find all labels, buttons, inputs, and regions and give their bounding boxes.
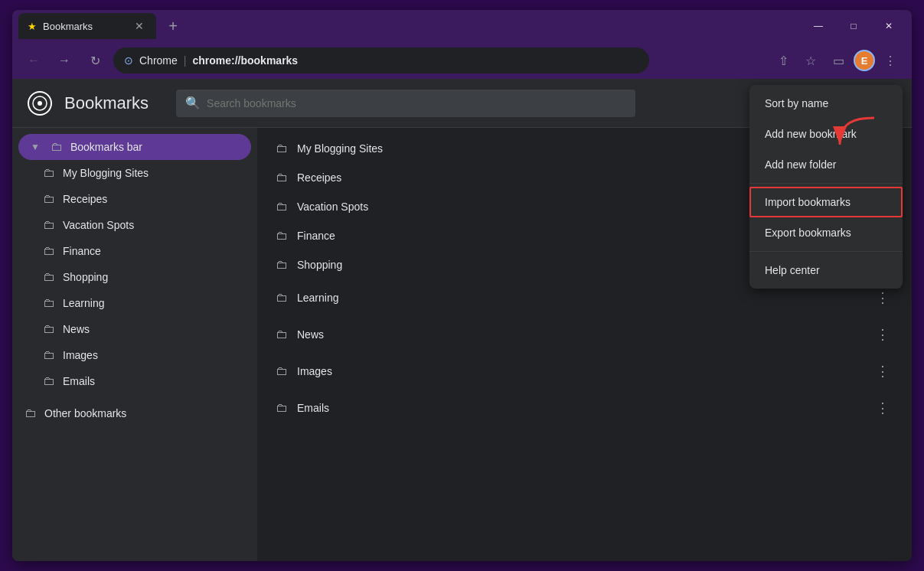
sidebar-child-label: My Blogging Sites [63,167,149,179]
bookmark-name: News [297,328,863,341]
sidebar-item-finance[interactable]: 🗀 Finance [31,238,257,264]
svg-point-1 [38,101,42,106]
sidebar-item-my-blogging-sites[interactable]: 🗀 My Blogging Sites [31,160,257,186]
address-bar[interactable]: ⊙ Chrome | chrome://bookmarks [113,47,649,73]
browser-window: ★ Bookmarks ✕ + — □ ✕ ← → ↻ ⊙ Chrome | c… [12,10,912,561]
bookmark-name: Learning [297,292,863,304]
folder-icon: 🗀 [51,140,63,154]
sidebar-bookmarks-bar-label: Bookmarks bar [70,141,142,153]
expand-arrow-icon: ▼ [31,142,40,152]
folder-icon: 🗀 [43,166,55,180]
menu-item-import-bookmarks[interactable]: Import bookmarks [749,187,903,217]
folder-icon: 🗀 [276,142,288,155]
bookmark-name: Emails [297,402,863,414]
sidebar-item-learning[interactable]: 🗀 Learning [31,290,257,316]
sidebar-item-other-bookmarks[interactable]: 🗀 Other bookmarks [12,400,257,426]
menu-item-export-bookmarks[interactable]: Export bookmarks [749,217,903,248]
folder-icon: 🗀 [276,328,288,341]
folder-icon: 🗀 [43,348,55,362]
sidebar-child-label: Finance [63,245,101,257]
sidebar-child-label: Images [63,349,98,361]
menu-button[interactable]: ⋮ [878,48,903,73]
folder-icon: 🗀 [43,374,55,388]
sidebar-item-images[interactable]: 🗀 Images [31,342,257,368]
maximize-button[interactable]: □ [837,14,870,38]
folder-icon: 🗀 [43,192,55,206]
more-options-button[interactable]: ⋮ [872,361,893,382]
sidebar-item-shopping[interactable]: 🗀 Shopping [31,264,257,290]
address-site: Chrome [139,54,178,67]
sidebar-child-label: News [63,323,90,335]
menu-divider [749,251,903,252]
folder-icon: 🗀 [276,291,288,305]
address-url: chrome://bookmarks [192,54,298,67]
sidebar-child-label: Emails [63,375,95,387]
folder-icon: 🗀 [43,270,55,284]
bookmark-row[interactable]: 🗀 Images ⋮ [257,353,912,390]
bookmark-name: Images [297,365,863,377]
folder-icon: 🗀 [43,296,55,310]
sidebar: ▼ 🗀 Bookmarks bar 🗀 My Blogging Sites 🗀 … [12,128,257,561]
sidebar-children: 🗀 My Blogging Sites 🗀 Receipes 🗀 Vacatio… [12,160,257,394]
reload-button[interactable]: ↻ [83,48,107,73]
window-controls: — □ ✕ [802,14,906,38]
menu-item-add-folder[interactable]: Add new folder [749,149,903,180]
nav-bar: ← → ↻ ⊙ Chrome | chrome://bookmarks ⇧ ☆ … [12,42,912,79]
sidebar-item-receipes[interactable]: 🗀 Receipes [31,186,257,212]
close-button[interactable]: ✕ [872,14,906,38]
share-button[interactable]: ⇧ [771,48,795,73]
menu-item-sort-by-name[interactable]: Sort by name [749,88,903,119]
bookmarks-logo [28,91,52,116]
folder-icon: 🗀 [276,171,288,184]
context-menu: Sort by name Add new bookmark Add new fo… [749,85,903,289]
active-tab[interactable]: ★ Bookmarks ✕ [18,13,156,39]
folder-icon: 🗀 [43,322,55,336]
folder-icon: 🗀 [43,244,55,258]
address-separator: | [184,54,187,67]
search-bar[interactable]: 🔍 [176,90,635,117]
search-icon: 🔍 [185,96,201,110]
new-tab-button[interactable]: + [162,15,184,37]
site-favicon: ⊙ [124,54,133,67]
folder-icon: 🗀 [276,401,288,415]
sidebar-child-label: Receipes [63,193,107,205]
more-options-button[interactable]: ⋮ [872,397,893,419]
nav-actions: ⇧ ☆ ▭ E ⋮ [771,48,903,73]
back-button[interactable]: ← [21,48,46,73]
sidebar-other-bookmarks-label: Other bookmarks [44,407,126,419]
tab-favicon: ★ [28,21,37,32]
folder-icon: 🗀 [24,406,37,420]
sidebar-toggle-button[interactable]: ▭ [826,48,851,73]
menu-divider [749,183,903,184]
forward-button[interactable]: → [52,48,77,73]
folder-icon: 🗀 [276,200,288,214]
sidebar-child-label: Vacation Spots [63,219,134,231]
menu-item-add-bookmark[interactable]: Add new bookmark [749,119,903,149]
tab-close-button[interactable]: ✕ [132,18,147,34]
profile-button[interactable]: E [854,50,875,71]
sidebar-item-emails[interactable]: 🗀 Emails [31,368,257,394]
folder-icon: 🗀 [276,258,288,272]
sidebar-child-label: Shopping [63,271,108,283]
more-options-button[interactable]: ⋮ [872,324,893,345]
tab-title: Bookmarks [43,21,126,32]
sidebar-item-news[interactable]: 🗀 News [31,316,257,342]
minimize-button[interactable]: — [802,14,835,38]
sidebar-item-bookmarks-bar[interactable]: ▼ 🗀 Bookmarks bar [18,134,251,160]
folder-icon: 🗀 [43,218,55,232]
title-bar: ★ Bookmarks ✕ + — □ ✕ [12,10,912,42]
main-content: Bookmarks 🔍 ▼ 🗀 Bookmarks bar 🗀 [12,79,912,561]
bookmark-row[interactable]: 🗀 News ⋮ [257,316,912,353]
search-input[interactable] [207,97,626,109]
sidebar-child-label: Learning [63,297,105,309]
more-options-button[interactable]: ⋮ [872,287,893,308]
folder-icon: 🗀 [276,229,288,243]
bookmark-button[interactable]: ☆ [798,48,823,73]
folder-icon: 🗀 [276,364,288,378]
sidebar-item-vacation-spots[interactable]: 🗀 Vacation Spots [31,212,257,238]
bookmark-row[interactable]: 🗀 Emails ⋮ [257,390,912,426]
menu-item-help-center[interactable]: Help center [749,255,903,286]
page-title: Bookmarks [64,93,149,113]
